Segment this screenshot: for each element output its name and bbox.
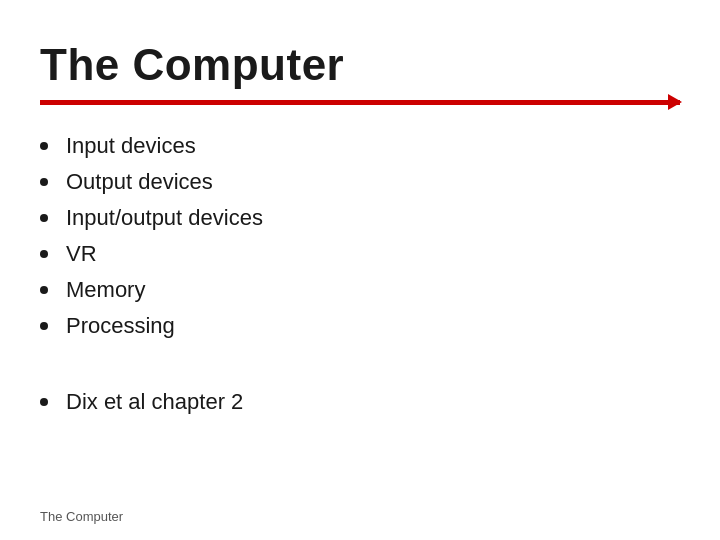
divider	[40, 100, 680, 105]
footer-label: The Computer	[40, 509, 123, 524]
list-item: Input/output devices	[40, 205, 680, 231]
list-item-text: Dix et al chapter 2	[66, 389, 243, 415]
bullet-dot	[40, 250, 48, 258]
slide: The Computer Input devices Output device…	[0, 0, 720, 540]
list-item: Dix et al chapter 2	[40, 389, 680, 415]
list-item-text: VR	[66, 241, 97, 267]
list-item: VR	[40, 241, 680, 267]
bullet-dot	[40, 286, 48, 294]
slide-title: The Computer	[40, 40, 680, 90]
list-item: Processing	[40, 313, 680, 339]
list-item-text: Input/output devices	[66, 205, 263, 231]
list-item-text: Processing	[66, 313, 175, 339]
list-item-text: Output devices	[66, 169, 213, 195]
list-item: Memory	[40, 277, 680, 303]
bullet-dot	[40, 178, 48, 186]
bullet-dot	[40, 398, 48, 406]
list-item-text: Memory	[66, 277, 145, 303]
main-bullet-list: Input devices Output devices Input/outpu…	[40, 133, 680, 349]
bullet-dot	[40, 214, 48, 222]
bullet-dot	[40, 142, 48, 150]
secondary-bullet-list: Dix et al chapter 2	[40, 389, 680, 415]
bullet-dot	[40, 322, 48, 330]
list-item: Output devices	[40, 169, 680, 195]
list-item-text: Input devices	[66, 133, 196, 159]
list-item: Input devices	[40, 133, 680, 159]
